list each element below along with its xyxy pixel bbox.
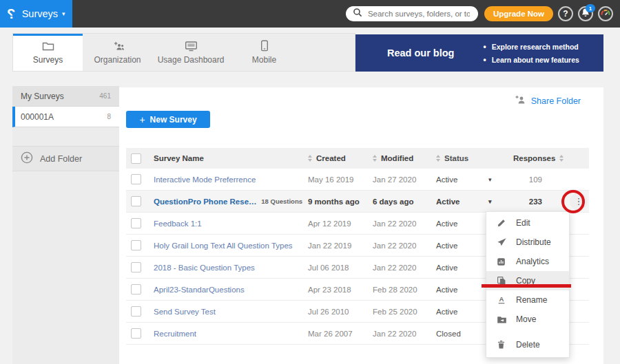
people-plus-icon — [111, 40, 125, 52]
created-cell: Jul 26 2010 — [302, 308, 367, 316]
new-survey-button[interactable]: + New Survey — [126, 111, 210, 128]
header-status[interactable]: Status — [431, 154, 483, 162]
modified-cell: Jan 27 2020 — [367, 175, 431, 184]
header-created[interactable]: Created — [302, 154, 367, 162]
sort-icon[interactable] — [436, 155, 440, 162]
select-all-checkbox[interactable] — [131, 153, 141, 164]
help-button[interactable]: ? — [558, 6, 573, 21]
row-checkbox[interactable] — [131, 328, 141, 339]
row-checkbox[interactable] — [131, 196, 141, 206]
modified-cell: 6 days ago — [367, 197, 431, 206]
row-checkbox[interactable] — [131, 218, 141, 228]
blog-banner-title: Read our blog — [387, 47, 454, 58]
survey-name-link[interactable]: Interactive Mode Preferrence — [154, 175, 256, 184]
display-icon — [185, 40, 198, 52]
questionpro-logo-icon: ? — [7, 6, 15, 22]
question-mark-icon: ? — [563, 9, 568, 19]
status-cell: Active — [431, 220, 483, 228]
add-folder-button[interactable]: Add Folder — [12, 146, 119, 171]
folders-sidebar: My Surveys 461 000001A 8 Add Folder — [12, 86, 119, 364]
created-cell: Apr 12 2019 — [302, 220, 367, 228]
created-cell: Jan 22 2019 — [302, 242, 367, 250]
menu-item-distribute[interactable]: Distribute — [486, 233, 569, 252]
status-cell: Active — [431, 242, 483, 250]
row-checkbox[interactable] — [131, 262, 141, 272]
row-checkbox[interactable] — [131, 306, 141, 317]
modified-cell: Jan 22 2020 — [367, 330, 431, 338]
sidebar-folder-000001a[interactable]: 000001A 8 — [12, 107, 119, 127]
survey-name-link[interactable]: Holy Grail Long Text All Question Types — [154, 242, 293, 250]
share-folder-label: Share Folder — [531, 96, 581, 106]
responses-cell: 233 — [505, 197, 548, 206]
tab-usage-dashboard[interactable]: Usage Dashboard — [152, 34, 229, 71]
annotation-red-underline — [482, 284, 571, 288]
sort-icon[interactable] — [373, 155, 377, 162]
created-cell: Mar 26 2007 — [302, 330, 367, 338]
created-cell: 9 months ago — [302, 197, 367, 206]
menu-item-delete[interactable]: Delete — [486, 335, 569, 354]
usage-meter-button[interactable] — [598, 6, 613, 21]
folder-list: My Surveys 461 000001A 8 — [12, 86, 119, 127]
upgrade-now-button[interactable]: Upgrade Now — [484, 6, 553, 21]
sort-icon[interactable] — [308, 155, 312, 162]
blog-banner[interactable]: Read our blog Explore research methodLea… — [355, 34, 603, 72]
plus-icon: + — [139, 114, 145, 125]
responses-cell: 109 — [505, 175, 548, 184]
modified-cell: Feb 28 2020 — [367, 286, 431, 294]
sidebar-folder-my-surveys[interactable]: My Surveys 461 — [12, 86, 119, 107]
sort-icon[interactable] — [559, 155, 564, 162]
banner-bullet: Learn about new features — [483, 55, 579, 65]
gauge-icon — [600, 8, 611, 20]
status-cell: Active — [431, 286, 483, 294]
search-input[interactable] — [366, 9, 471, 19]
survey-name-link[interactable]: April23-StandarQuestions — [154, 286, 245, 294]
header-survey-name[interactable]: Survey Name — [148, 154, 302, 162]
top-bar: ? Surveys ▾ Upgrade Now ? 1 — [0, 0, 620, 28]
status-dropdown-caret[interactable]: ▾ — [488, 198, 492, 205]
table-row[interactable]: Interactive Mode Preferrence May 16 2019… — [126, 169, 589, 191]
survey-name-link[interactable]: QuestionPro Phone Research — [154, 197, 257, 206]
tab-mobile[interactable]: Mobile — [229, 34, 299, 71]
created-cell: May 16 2019 — [302, 175, 367, 184]
modified-cell: Jan 22 2020 — [367, 220, 431, 228]
status-dropdown-caret[interactable]: ▾ — [488, 176, 492, 183]
row-checkbox[interactable] — [131, 240, 141, 250]
modified-cell: Feb 25 2020 — [367, 308, 431, 316]
survey-name-link[interactable]: Send Survey Test — [154, 308, 216, 316]
table-row[interactable]: QuestionPro Phone Research18 Questions 9… — [126, 191, 589, 213]
trash-icon — [497, 340, 507, 350]
menu-item-move[interactable]: Move — [486, 310, 569, 329]
header-responses[interactable]: Responses — [505, 154, 548, 162]
section-tab-bar: Surveys Organization Usage Dashboard Mob… — [12, 33, 355, 72]
modified-cell: Jan 22 2020 — [367, 242, 431, 250]
row-checkbox[interactable] — [131, 284, 141, 295]
menu-item-analytics[interactable]: Analytics — [486, 252, 569, 271]
product-menu-label: Surveys — [22, 8, 58, 19]
new-survey-label: New Survey — [150, 115, 197, 125]
banner-bullet: Explore research method — [483, 42, 579, 52]
menu-item-rename[interactable]: A Rename — [486, 290, 569, 310]
global-search[interactable] — [346, 6, 478, 21]
person-plus-icon — [514, 95, 526, 107]
modified-cell: Jan 22 2020 — [367, 264, 431, 272]
add-folder-label: Add Folder — [40, 154, 82, 164]
rename-icon: A — [497, 295, 507, 305]
folder-count: 461 — [99, 92, 111, 100]
row-checkbox[interactable] — [131, 174, 141, 184]
plus-circle-icon — [21, 151, 33, 167]
notifications-button[interactable]: 1 — [578, 6, 593, 21]
survey-name-link[interactable]: Recruitment — [154, 330, 196, 338]
phone-icon — [260, 40, 269, 52]
header-modified[interactable]: Modified — [367, 154, 431, 162]
notification-badge: 1 — [586, 4, 595, 12]
created-cell: Apr 23 2018 — [302, 286, 367, 294]
survey-name-link[interactable]: 2018 - Basic Question Types — [154, 264, 255, 272]
share-folder-link[interactable]: Share Folder — [119, 87, 603, 107]
tab-surveys[interactable]: Surveys — [13, 34, 83, 71]
menu-item-edit[interactable]: Edit — [486, 213, 569, 233]
table-header-row: Survey Name Created Modified Status Resp… — [126, 148, 589, 169]
tab-organization[interactable]: Organization — [83, 34, 152, 71]
survey-name-link[interactable]: Feedback 1:1 — [154, 220, 202, 228]
chevron-down-icon: ▾ — [62, 10, 65, 17]
product-menu[interactable]: ? Surveys ▾ — [0, 0, 72, 28]
